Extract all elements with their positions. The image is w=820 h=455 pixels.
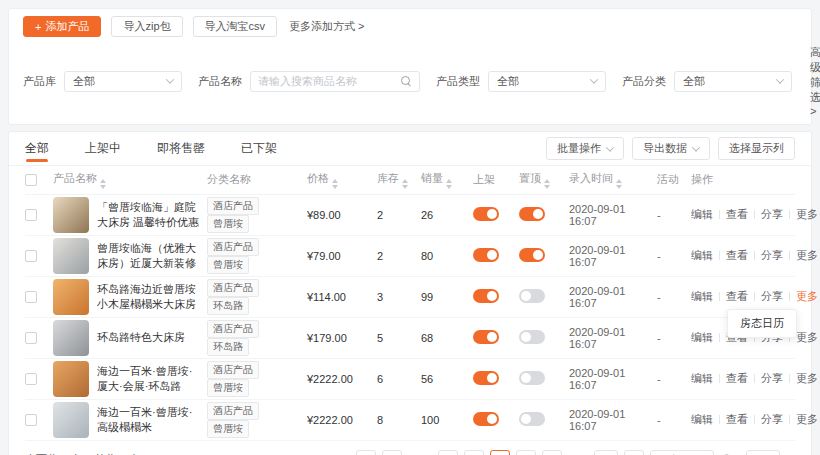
pinned-toggle[interactable] [519,371,545,385]
price-value: ¥79.00 [307,235,377,276]
action-view[interactable]: 查看 [726,208,748,220]
pinned-toggle[interactable] [519,412,545,426]
product-name[interactable]: 海边一百米·曾厝垵·高级榻榻米 [97,405,203,435]
row-checkbox[interactable] [25,209,37,221]
action-more[interactable]: 更多 [796,249,818,261]
on-shelf-toggle[interactable] [473,412,499,426]
on-shelf-toggle[interactable] [473,371,499,385]
column-header[interactable]: 录入时间 [569,166,657,194]
price-value: ¥89.00 [307,194,377,235]
pagination-page-1[interactable]: 1 [382,450,402,455]
row-checkbox[interactable] [25,373,37,385]
page-size-select[interactable]: 10条/页 [650,450,714,455]
action-more[interactable]: 更多 [796,413,818,425]
import-taobao-csv-button[interactable]: 导入淘宝csv [193,16,278,37]
product-name[interactable]: 环岛路特色大床房 [97,330,185,345]
add-product-button[interactable]: + 添加产品 [23,16,101,37]
page-jump-input[interactable] [746,450,780,455]
search-icon[interactable] [401,76,412,87]
more-dropdown-item[interactable]: 房态日历 [727,309,797,338]
action-more[interactable]: 更多 [796,208,818,220]
tab-全部[interactable]: 全部 [25,132,49,165]
on-shelf-toggle[interactable] [473,289,499,303]
import-zip-button[interactable]: 导入zip包 [111,16,182,37]
pinned-toggle[interactable] [519,207,545,221]
product-name[interactable]: 海边一百米·曾厝垵·厦大·会展·环岛路 [97,364,203,394]
stock-value: 8 [377,399,421,440]
row-actions: 编辑查看分享更多 [691,194,795,235]
action-more[interactable]: 更多 [796,331,818,343]
action-view[interactable]: 查看 [726,249,748,261]
product-name[interactable]: 曾厝垵临海（优雅大床房）近厦大新装修 [97,241,203,271]
pinned-toggle[interactable] [519,248,545,262]
column-header[interactable]: 库存 [377,166,421,194]
action-view[interactable]: 查看 [726,413,748,425]
action-view[interactable]: 查看 [726,372,748,384]
pagination-nav-next[interactable]: › [624,450,644,455]
activity-value: - [657,235,691,276]
chevron-down-icon [590,75,598,83]
pagination-page-6[interactable]: 6 [464,450,484,455]
more-add-methods-link[interactable]: 更多添加方式 > [289,19,364,34]
category-tag: 酒店产品 [207,197,259,215]
column-header[interactable]: 产品名称 [53,166,207,194]
category-tags: 酒店产品环岛路 [207,276,307,317]
choose-columns-button[interactable]: 选择显示列 [718,137,795,160]
product-category-select[interactable]: 全部 [674,71,792,92]
row-checkbox[interactable] [25,414,37,426]
tab-上架中[interactable]: 上架中 [85,132,121,165]
product-type-select[interactable]: 全部 [488,71,606,92]
export-data-button[interactable]: 导出数据 [632,137,710,160]
activity-value: - [657,317,691,358]
sales-value: 100 [421,399,473,440]
pinned-toggle[interactable] [519,330,545,344]
pagination-page-8[interactable]: 8 [516,450,536,455]
batch-actions-button[interactable]: 批量操作 [546,137,624,160]
sales-value: 56 [421,358,473,399]
action-more[interactable]: 更多 [796,290,818,302]
column-header[interactable]: 销量 [421,166,473,194]
tab-即将售罄[interactable]: 即将售罄 [157,132,205,165]
pagination-page-5[interactable]: 5 [438,450,458,455]
action-edit[interactable]: 编辑 [691,331,713,343]
on-shelf-toggle[interactable] [473,248,499,262]
action-edit[interactable]: 编辑 [691,208,713,220]
action-edit[interactable]: 编辑 [691,249,713,261]
action-edit[interactable]: 编辑 [691,413,713,425]
tab-已下架[interactable]: 已下架 [241,132,277,165]
action-edit[interactable]: 编辑 [691,372,713,384]
action-edit[interactable]: 编辑 [691,290,713,302]
entry-time: 2020-09-01 16:07 [569,194,657,235]
pinned-toggle[interactable] [519,289,545,303]
sort-icon [616,179,622,189]
product-name[interactable]: 「曾厝垵临海」庭院大床房 温馨特价优惠 [97,200,203,230]
table-row: 「曾厝垵临海」庭院大床房 温馨特价优惠 酒店产品曾厝垵 ¥89.00 2 26 … [25,194,795,235]
product-name[interactable]: 环岛路海边近曾厝垵小木屋榻榻米大床房 [97,282,203,312]
action-share[interactable]: 分享 [761,249,783,261]
pagination-page-7[interactable]: 7 [490,450,510,455]
action-share[interactable]: 分享 [761,413,783,425]
action-share[interactable]: 分享 [761,372,783,384]
pagination-nav-prev[interactable]: ‹ [356,450,376,455]
price-value: ¥2222.00 [307,358,377,399]
divider [754,415,755,424]
action-share[interactable]: 分享 [761,208,783,220]
product-library-select[interactable]: 全部 [64,71,182,92]
pagination-page-9[interactable]: 9 [542,450,562,455]
row-checkbox[interactable] [25,291,37,303]
action-view[interactable]: 查看 [726,290,748,302]
pagination-page-50[interactable]: 50 [594,450,618,455]
column-header[interactable]: 置顶 [519,166,569,194]
search-input[interactable] [258,75,401,87]
row-checkbox[interactable] [25,250,37,262]
row-actions: 编辑查看分享房态日历更多 [691,276,795,317]
select-all-checkbox[interactable] [25,174,37,186]
pagination-jump-next[interactable]: » [568,450,588,455]
column-header[interactable]: 价格 [307,166,377,194]
on-shelf-toggle[interactable] [473,207,499,221]
action-share[interactable]: 分享 [761,290,783,302]
action-more[interactable]: 更多 [796,372,818,384]
row-checkbox[interactable] [25,332,37,344]
advanced-filter-link[interactable]: 高级筛选 > [810,45,820,117]
on-shelf-toggle[interactable] [473,330,499,344]
